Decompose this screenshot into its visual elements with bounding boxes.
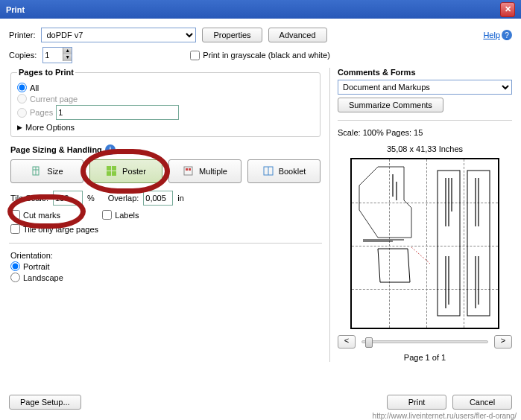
booklet-icon: [262, 165, 274, 177]
watermark-text: http://www.liveinternet.ru/users/fler-d-…: [373, 412, 517, 420]
size-button[interactable]: Size: [10, 159, 83, 183]
sizing-group: Page Sizing & Handlingi Size Poster Mult…: [10, 143, 321, 237]
more-options-toggle[interactable]: ▶More Options: [17, 123, 314, 132]
printer-label: Printer:: [9, 31, 35, 39]
poster-icon: [106, 165, 118, 177]
all-label: All: [30, 83, 39, 92]
all-radio[interactable]: [17, 83, 27, 92]
copies-label: Copies:: [9, 51, 37, 60]
page-counter: Page 1 of 1: [338, 353, 512, 362]
poster-button[interactable]: Poster: [89, 159, 162, 183]
tile-scale-label: Tile Scale:: [10, 194, 48, 203]
preview-dims: 35,08 x 41,33 Inches: [338, 144, 512, 153]
page-setup-button[interactable]: Page Setup...: [9, 395, 81, 410]
svg-rect-1: [107, 166, 111, 171]
copies-spinner[interactable]: ▲▼: [42, 47, 72, 63]
pages-radio: [17, 108, 27, 118]
scale-pages-text: Scale: 100% Pages: 15: [338, 128, 512, 137]
help-link[interactable]: Help?: [483, 30, 512, 40]
cutmarks-checkbox[interactable]: [10, 210, 20, 220]
portrait-label: Portrait: [23, 262, 49, 271]
svg-rect-5: [184, 167, 192, 175]
svg-line-12: [411, 247, 430, 264]
labels-label: Labels: [115, 211, 139, 220]
cancel-button[interactable]: Cancel: [452, 395, 512, 410]
advanced-button[interactable]: Advanced: [268, 28, 327, 42]
multiple-icon: [183, 165, 195, 177]
grayscale-label: Print in grayscale (black and white): [203, 51, 330, 60]
titlebar: Print ✕: [0, 0, 521, 19]
pages-label: Pages: [30, 108, 53, 117]
landscape-radio[interactable]: [10, 273, 20, 282]
help-icon: ?: [502, 30, 512, 40]
comments-select[interactable]: Document and Markups: [338, 80, 512, 95]
info-icon[interactable]: i: [105, 144, 116, 155]
overlap-label: Overlap:: [108, 194, 139, 203]
svg-rect-3: [107, 171, 111, 176]
svg-rect-4: [112, 171, 116, 176]
page-slider[interactable]: [361, 340, 488, 343]
orientation-label: Orientation:: [10, 251, 321, 260]
overlap-input[interactable]: [143, 191, 173, 206]
printer-select[interactable]: doPDF v7: [41, 28, 196, 42]
comments-legend: Comments & Forms: [338, 68, 512, 77]
svg-rect-6: [186, 168, 188, 171]
pages-to-print-group: Pages to Print All Current page Pages ▶M…: [10, 68, 321, 137]
spin-up-icon[interactable]: ▲: [63, 48, 72, 54]
orientation-group: Orientation: Portrait Landscape: [10, 249, 321, 285]
tile-scale-input[interactable]: [53, 191, 83, 206]
cutmarks-label: Cut marks: [23, 211, 60, 220]
grayscale-checkbox[interactable]: [190, 51, 200, 60]
next-page-button[interactable]: >: [494, 335, 512, 349]
slider-thumb[interactable]: [365, 337, 373, 348]
spin-down-icon[interactable]: ▼: [63, 54, 72, 61]
tile-large-checkbox[interactable]: [10, 224, 20, 234]
current-label: Current page: [30, 95, 78, 104]
pages-input[interactable]: [56, 105, 179, 120]
close-icon[interactable]: ✕: [500, 2, 515, 17]
sizing-legend: Page Sizing & Handling: [10, 145, 102, 154]
multiple-button[interactable]: Multiple: [168, 159, 241, 183]
portrait-radio[interactable]: [10, 261, 20, 271]
pages-legend: Pages to Print: [17, 68, 75, 77]
summarize-button[interactable]: Summarize Comments: [338, 98, 443, 112]
labels-checkbox[interactable]: [102, 210, 112, 220]
svg-rect-7: [189, 168, 191, 171]
properties-button[interactable]: Properties: [202, 28, 262, 42]
window-title: Print: [6, 5, 25, 14]
chevron-right-icon: ▶: [17, 124, 22, 131]
copies-input[interactable]: [43, 48, 63, 63]
landscape-label: Landscape: [23, 273, 63, 282]
prev-page-button[interactable]: <: [338, 335, 356, 349]
booklet-button[interactable]: Booklet: [247, 159, 321, 183]
svg-rect-2: [112, 166, 116, 171]
tile-large-label: Tile only large pages: [23, 225, 98, 234]
print-button[interactable]: Print: [387, 395, 446, 410]
current-radio: [17, 94, 27, 104]
print-preview: [350, 158, 499, 329]
size-icon: [31, 165, 42, 177]
